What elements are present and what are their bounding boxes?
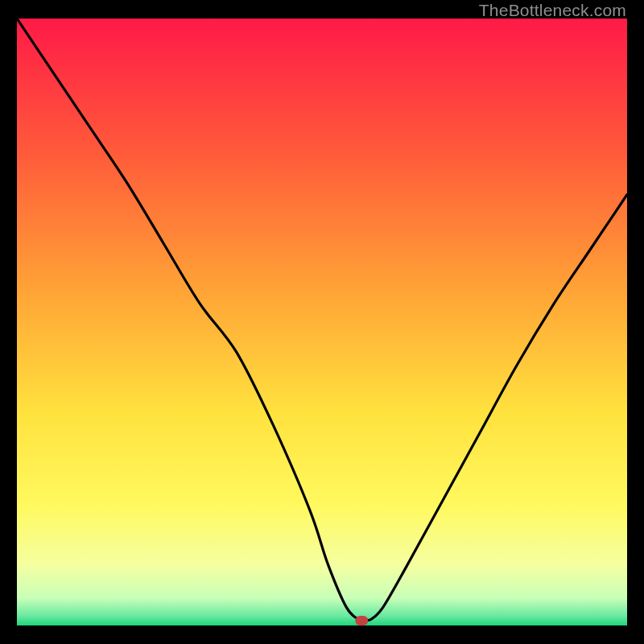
bottleneck-chart [17,19,627,625]
plot-area [17,19,627,625]
gradient-background [17,19,627,625]
watermark-text: TheBottleneck.com [479,1,626,20]
chart-frame: TheBottleneck.com [0,0,644,644]
optimal-point-marker [355,616,368,625]
